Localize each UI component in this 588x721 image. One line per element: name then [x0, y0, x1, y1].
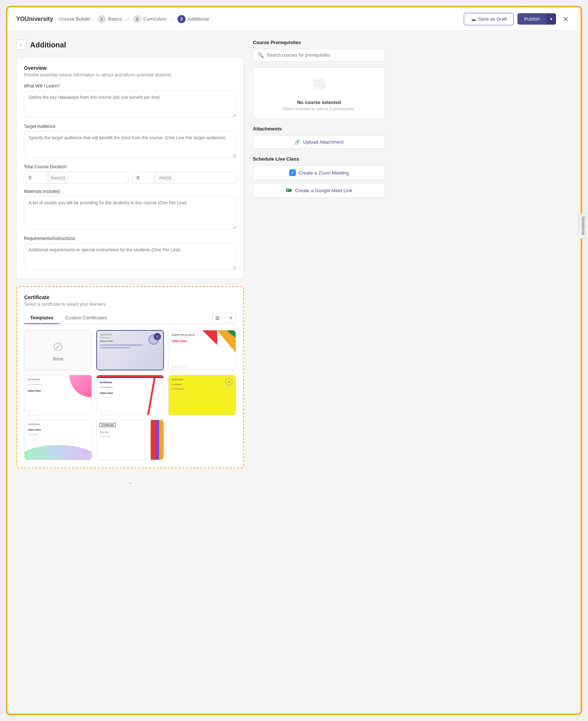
materials-label: Materials Included	[24, 189, 236, 194]
arrow-1: →	[125, 16, 130, 22]
cert-t4-bottom: ______ ______	[100, 410, 110, 412]
cert-none[interactable]: ⊘ None	[24, 330, 92, 370]
target-audience-input[interactable]	[24, 131, 236, 158]
cert-t7-s2	[155, 420, 159, 460]
cert-grid: ⊘ None CERTIFICATE of Achievement Sourav…	[24, 330, 236, 460]
grid-view-icon[interactable]: ⊞	[212, 313, 223, 323]
svg-rect-1	[314, 80, 322, 81]
cert-preview-3: Certificate of Completion John Doe _____…	[25, 375, 92, 415]
list-view-icon[interactable]: ≡	[226, 313, 236, 323]
overview-desc: Provide essential course information to …	[24, 72, 236, 78]
cert-tabs: Templates Custom Certificates ⊞ ≡	[24, 312, 236, 324]
left-panel: ← Additional Overview Provide essential …	[16, 40, 244, 488]
cert-line-2	[100, 347, 130, 348]
cert-template-2[interactable]: CERTIFICATE John Doe _______ _______	[168, 330, 236, 370]
cert-t3-name: John Doe	[28, 389, 41, 392]
cert-t7-text: Certificate	[100, 423, 116, 427]
create-gmeet-button[interactable]: Create a Google Meet Link	[253, 183, 385, 198]
hours-unit: hour(s)	[46, 172, 69, 183]
step-3[interactable]: 3 Additional	[178, 15, 209, 23]
cert-template-1[interactable]: CERTIFICATE of Achievement Sourav Aich	[96, 330, 164, 370]
mins-unit: min(s)	[154, 172, 176, 183]
none-label: None	[53, 356, 64, 362]
no-course-icon	[310, 75, 328, 97]
cert-line-1	[100, 344, 142, 346]
tab-templates[interactable]: Templates	[24, 312, 59, 324]
cert-t5-seal: ★	[225, 378, 233, 385]
publish-button[interactable]: Publish	[517, 13, 546, 25]
duration-label: Total Course Duration	[24, 164, 236, 169]
cert-preview-5: John Doe Certificate of achievement ★	[169, 375, 236, 415]
schedule-live-class-section: Schedule Live Class Z Create a Zoom Meet…	[253, 156, 385, 198]
breadcrumb: Course Builder | 1 Basics → 2 Curriculum…	[59, 15, 458, 23]
create-zoom-button[interactable]: Z Create a Zoom Meeting	[253, 165, 385, 180]
cert-preview-7: Certificate John Doe of completion	[97, 420, 164, 460]
schedule-title: Schedule Live Class	[253, 156, 385, 162]
cert-t2-name: John Doe	[172, 339, 187, 343]
close-button[interactable]: ✕	[560, 13, 572, 25]
target-audience-label: Target Audience	[24, 124, 236, 129]
publish-dropdown-button[interactable]: ▾	[546, 14, 556, 25]
cert-t7-s1	[159, 420, 164, 460]
cert-template-3[interactable]: Certificate of Completion John Doe _____…	[24, 375, 92, 415]
hours-input[interactable]	[24, 172, 46, 183]
prerequisites-title: Course Prerequisites	[253, 40, 385, 45]
step-1[interactable]: 1 Basics	[98, 15, 122, 23]
cloud-icon: ☁	[471, 16, 476, 22]
overview-title: Overview	[24, 65, 236, 71]
collapse-handle[interactable]: ⌄	[16, 476, 244, 488]
what-learn-input[interactable]	[24, 91, 236, 117]
page-title-row: ← Additional	[16, 40, 244, 50]
course-builder-label: Course Builder	[59, 16, 90, 22]
upload-attachment-button[interactable]: 🔗 Upload Attachment	[253, 135, 385, 149]
search-icon: 🔍	[258, 52, 264, 58]
back-button[interactable]: ←	[16, 40, 26, 50]
arrow-2: →	[169, 16, 175, 22]
cert-t6-wave	[25, 445, 92, 460]
svg-point-8	[287, 190, 288, 191]
cert-tab-icons: ⊞ ≡	[212, 313, 236, 323]
logo-you: YOU	[16, 16, 29, 22]
cert-preview-4: Certificate of Completion John Doe _____…	[97, 375, 164, 415]
cert-preview-2: CERTIFICATE John Doe _______ _______	[169, 330, 236, 370]
cert-preview-6: Certificate John Doe of completion	[25, 420, 92, 460]
attachments-title: Attachments	[253, 126, 385, 132]
cert-template-5[interactable]: John Doe Certificate of achievement ★	[168, 375, 236, 415]
step-2[interactable]: 2 Curriculum	[133, 15, 166, 23]
cert-t5-text: John Doe	[172, 378, 183, 381]
tab-custom[interactable]: Custom Certificates	[59, 312, 112, 324]
step-1-circle: 1	[98, 15, 106, 23]
cert-template-7[interactable]: Certificate John Doe of completion	[96, 420, 164, 460]
no-course-title: No course selected	[297, 100, 341, 105]
no-course-box: No course selected Select a course to ad…	[253, 67, 385, 119]
save-draft-label: Save as Draft	[478, 16, 507, 22]
cert-t4-of: of Completion	[100, 386, 113, 388]
mins-wrap: min(s)	[132, 172, 236, 184]
cert-template-4[interactable]: Certificate of Completion John Doe _____…	[96, 375, 164, 415]
mins-input[interactable]	[132, 172, 154, 183]
save-draft-button[interactable]: ☁ Save as Draft	[464, 13, 514, 25]
cert-template-6[interactable]: Certificate John Doe of completion	[24, 420, 92, 460]
none-icon: ⊘	[53, 339, 64, 354]
prerequisites-section: Course Prerequisites 🔍	[253, 40, 385, 119]
duration-row: hour(s) min(s)	[24, 172, 236, 184]
logo: YOUniversity	[16, 16, 53, 22]
breadcrumb-sep1: |	[93, 16, 94, 22]
paperclip-icon: 🔗	[294, 139, 300, 145]
requirements-input[interactable]	[24, 243, 236, 270]
materials-input[interactable]	[24, 196, 236, 229]
hours-wrap: hour(s)	[24, 172, 128, 184]
notebook-tab[interactable]: Notebook	[578, 213, 582, 238]
cert-t2-certtext: CERTIFICATE	[172, 333, 195, 337]
certificate-card: Certificate Select a certificate to awar…	[16, 286, 244, 468]
cert-t4-slash	[147, 375, 156, 415]
cert-t6-name: John Doe	[28, 428, 41, 431]
page-title: Additional	[30, 41, 66, 49]
attachments-section: Attachments 🔗 Upload Attachment	[253, 126, 385, 149]
cert-t5-sub: of achievement	[172, 388, 184, 390]
search-box: 🔍	[253, 49, 385, 61]
cert-t3-deco	[69, 375, 92, 397]
search-input[interactable]	[267, 53, 380, 58]
publish-button-group: Publish ▾	[517, 13, 556, 25]
cert-t7-stripes	[151, 420, 164, 460]
